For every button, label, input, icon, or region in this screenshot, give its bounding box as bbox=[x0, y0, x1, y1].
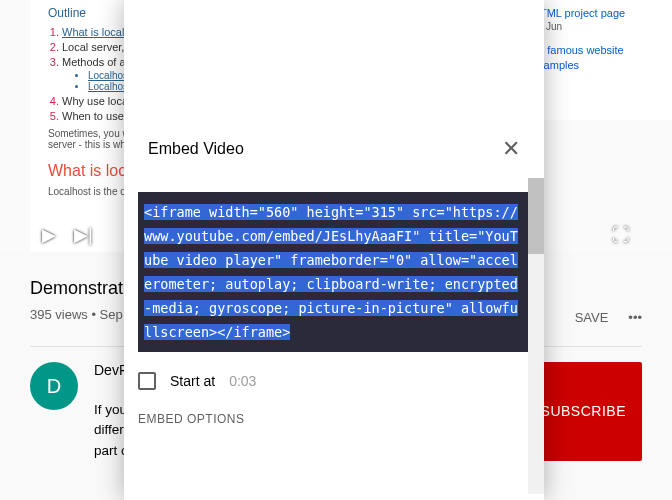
scrollbar[interactable] bbox=[528, 178, 544, 494]
embed-code-textarea[interactable]: <iframe width="560" height="315" src="ht… bbox=[138, 192, 530, 352]
start-at-label: Start at bbox=[170, 373, 215, 389]
close-icon[interactable]: ✕ bbox=[502, 136, 520, 162]
start-at-checkbox[interactable] bbox=[138, 372, 156, 390]
embed-options-heading: EMBED OPTIONS bbox=[124, 398, 544, 440]
modal-title: Embed Video bbox=[148, 140, 244, 158]
start-at-row: Start at 0:03 bbox=[124, 356, 544, 398]
embed-modal: Embed Video ✕ <iframe width="560" height… bbox=[124, 0, 544, 500]
scrollbar-thumb[interactable] bbox=[528, 178, 544, 254]
start-at-time[interactable]: 0:03 bbox=[229, 373, 256, 389]
